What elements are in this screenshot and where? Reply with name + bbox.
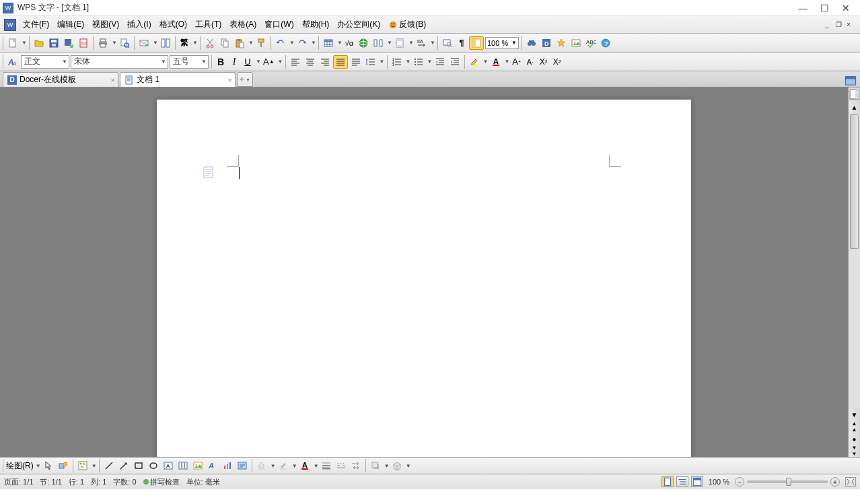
zoom-slider-thumb[interactable] (786, 478, 791, 486)
vtextbox-tool-button[interactable] (176, 459, 190, 472)
mail-button[interactable] (137, 36, 151, 50)
columns-dropdown[interactable]: ▼ (386, 40, 392, 46)
prev-page-button[interactable]: ▲▲ (849, 421, 860, 432)
chart-button[interactable] (221, 459, 234, 472)
fit-button[interactable] (845, 477, 856, 487)
docer-button[interactable]: D (540, 36, 553, 50)
spell-check-button[interactable]: ABC (584, 36, 598, 50)
arrow-style-button[interactable] (349, 459, 363, 472)
document-area[interactable] (0, 87, 848, 457)
chinese-convert-button[interactable]: 繁 (178, 36, 190, 50)
mdi-close-icon[interactable]: × (847, 21, 856, 28)
document-map-button[interactable] (469, 36, 484, 50)
text-direction-button[interactable]: IIA (415, 36, 428, 50)
dash-style-button[interactable] (334, 459, 348, 472)
menu-office[interactable]: 办公空间(K) (333, 17, 384, 32)
frame-button[interactable] (236, 459, 249, 472)
mdi-minimize-icon[interactable]: _ (825, 21, 834, 28)
line-color-button[interactable] (277, 459, 290, 472)
table-dropdown[interactable]: ▼ (336, 40, 342, 46)
picture-button[interactable] (569, 36, 583, 50)
split-window-button[interactable] (159, 36, 172, 50)
align-center-button[interactable] (303, 55, 317, 69)
underline-dropdown[interactable]: ▼ (255, 59, 260, 65)
new-button[interactable] (6, 36, 20, 50)
print-button[interactable] (96, 36, 110, 50)
hf-dropdown[interactable]: ▼ (408, 40, 413, 46)
redo-dropdown[interactable]: ▼ (310, 40, 316, 46)
menu-tools[interactable]: 工具(T) (191, 17, 225, 32)
undo-button[interactable] (274, 36, 287, 50)
header-footer-button[interactable] (393, 36, 406, 50)
line-spacing-button[interactable] (364, 55, 378, 69)
numbered-list-button[interactable]: 123 (390, 55, 404, 69)
style-icon[interactable]: AA (6, 55, 20, 69)
3d-button[interactable] (390, 459, 404, 472)
line-tool-button[interactable] (102, 459, 116, 472)
menu-view[interactable]: 视图(V) (88, 17, 123, 32)
chinese-dropdown[interactable]: ▼ (192, 40, 197, 46)
bold-button[interactable]: B (215, 55, 227, 69)
scroll-up-button[interactable]: ▲ (849, 102, 860, 112)
new-dropdown[interactable]: ▼ (21, 40, 26, 46)
zoom-out-button[interactable]: − (735, 477, 744, 487)
shrink-font-button[interactable]: A+ (511, 55, 523, 69)
status-unit[interactable]: 单位: 毫米 (186, 477, 220, 487)
next-page-button[interactable]: ▼▼ (849, 445, 860, 456)
paste-button[interactable] (233, 36, 246, 50)
wordart-button[interactable]: A (206, 459, 219, 472)
save-button[interactable] (47, 36, 61, 50)
menu-insert[interactable]: 插入(I) (123, 17, 155, 32)
shapes-gallery-button[interactable] (76, 459, 89, 472)
align-left-button[interactable] (289, 55, 302, 69)
status-zoom[interactable]: 100 % (709, 478, 729, 486)
menu-file[interactable]: 文件(F) (19, 17, 53, 32)
app-menu-icon[interactable]: W (4, 19, 16, 31)
copy-button[interactable] (218, 36, 231, 50)
menu-format[interactable]: 格式(O) (155, 17, 191, 32)
superscript-button[interactable]: X2 (538, 55, 550, 69)
saveas-button[interactable] (62, 36, 75, 50)
task-pane-button[interactable] (849, 88, 860, 100)
insert-table-button[interactable] (322, 36, 335, 50)
vertical-scrollbar[interactable]: ▲ ▼ ▲▲ ● ▼▼ (848, 87, 860, 457)
style-combo[interactable]: 正文▼ (21, 55, 69, 69)
paragraph-properties-icon[interactable] (203, 166, 215, 179)
arrow-tool-button[interactable] (117, 459, 131, 472)
outline-view-button[interactable] (676, 476, 688, 487)
menu-edit[interactable]: 编辑(E) (53, 17, 88, 32)
mail-dropdown[interactable]: ▼ (152, 40, 157, 46)
tab-close-icon[interactable]: × (228, 76, 232, 84)
rectangle-tool-button[interactable] (132, 459, 145, 472)
web-layout-view-button[interactable] (691, 476, 703, 487)
add-tab-button[interactable]: +▼ (237, 72, 253, 87)
print-dropdown[interactable]: ▼ (111, 40, 116, 46)
zoom-in-button[interactable]: + (830, 477, 840, 487)
zoom-slider[interactable] (747, 480, 828, 483)
font-color-button[interactable]: A (489, 55, 503, 69)
fill-color-button[interactable] (255, 459, 268, 472)
textbox-tool-button[interactable]: A (162, 459, 175, 472)
redo-button[interactable] (295, 36, 309, 50)
tab-list-button[interactable] (844, 75, 857, 87)
draw-menu[interactable]: 绘图(R) (6, 460, 34, 472)
line-weight-button[interactable] (320, 459, 333, 472)
shadow-button[interactable] (369, 459, 382, 472)
autoshapes-button[interactable] (57, 459, 70, 472)
print-layout-view-button[interactable] (661, 476, 674, 487)
bullet-list-button[interactable] (412, 55, 425, 69)
tab-document1[interactable]: 文档 1 × (120, 72, 236, 87)
subscript-button[interactable]: X2 (551, 55, 563, 69)
status-spell[interactable]: 拼写检查 (143, 477, 180, 487)
undo-dropdown[interactable]: ▼ (289, 40, 294, 46)
open-button[interactable] (32, 36, 46, 50)
menu-table[interactable]: 表格(A) (225, 17, 260, 32)
align-right-button[interactable] (318, 55, 332, 69)
size-combo[interactable]: 五号▼ (170, 55, 209, 69)
status-page[interactable]: 页面: 1/1 (4, 477, 33, 487)
columns-button[interactable] (371, 36, 385, 50)
font-combo[interactable]: 宋体▼ (71, 55, 168, 69)
menu-feedback[interactable]: 反馈(B) (384, 17, 430, 32)
paste-dropdown[interactable]: ▼ (248, 40, 253, 46)
oval-tool-button[interactable] (147, 459, 160, 472)
